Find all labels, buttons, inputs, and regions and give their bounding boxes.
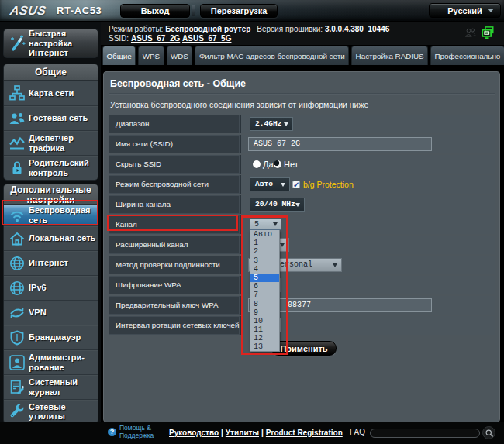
tab-wps[interactable]: WPS <box>138 46 164 65</box>
mode-value-link[interactable]: Беспроводной роутер <box>165 25 250 33</box>
band-select-value: 2.4GHz <box>255 119 282 128</box>
hide-ssid-yes-radio[interactable] <box>253 160 261 168</box>
reboot-button[interactable]: Перезагрузка <box>200 4 278 18</box>
field-value-wpa-key: 08377 <box>243 296 495 315</box>
sidebar-item-network-tools[interactable]: Сетевые утилиты <box>4 399 98 423</box>
sidebar-quick-setup-block: Быстрая настройка Интернет <box>3 29 98 58</box>
chevron-down-icon <box>284 122 288 126</box>
field-label-wpa-key: Предварительный ключ WPA <box>109 296 241 315</box>
hide-ssid-no-label: Нет <box>284 155 299 174</box>
sidebar-item-wan[interactable]: Интернет <box>4 250 98 275</box>
tab-radius[interactable]: Настройка RADIUS <box>351 46 428 65</box>
channel-option[interactable]: 4 <box>250 265 279 274</box>
sidebar-section-general: Общие Карта сети Гостевая сеть Диспетчер… <box>3 64 98 181</box>
field-label-auth-method: Метод проверки подлинности <box>109 256 241 274</box>
sidebar-item-label: IPv6 <box>29 283 47 293</box>
top-banner: ASUS RT-AC53 Выход Перезагрузка Русский <box>0 0 504 22</box>
form-row-channel-bandwidth: Ширина канала 20/40 MHz <box>109 195 495 214</box>
apply-button[interactable]: Применить <box>271 341 337 356</box>
sidebar-item-administration[interactable]: Администри- рование <box>4 349 98 374</box>
field-label-key-rotation: Интервал ротации сетевых ключей <box>109 316 241 335</box>
sidebar-item-label: Диспетчер трафика <box>29 133 74 153</box>
faq-search-button[interactable] <box>482 426 495 439</box>
channel-option[interactable]: 9 <box>250 308 279 317</box>
ipv6-icon <box>8 279 26 298</box>
wan-icon <box>8 254 26 273</box>
help-support-link[interactable]: Помощь & Поддержка <box>119 425 154 439</box>
channel-option[interactable]: 7 <box>250 291 279 299</box>
logout-button[interactable]: Выход <box>120 4 190 18</box>
footer: ? Помощь & Поддержка Руководство|Утилиты… <box>0 422 504 444</box>
ssid-line: SSID: ASUS_67_2G ASUS_67_5G <box>109 34 231 43</box>
firewall-icon <box>8 329 26 347</box>
field-label-band: Диапазон <box>109 115 241 133</box>
network-status-icon[interactable] <box>481 26 495 40</box>
utilities-link[interactable]: Утилиты <box>226 429 259 437</box>
sidebar-section-title-advanced: Дополнительные настройки <box>4 184 98 205</box>
sidebar-item-quick-internet-setup[interactable]: Быстрая настройка Интернет <box>4 29 98 57</box>
sidebar-item-system-log[interactable]: Системный журнал <box>4 374 98 399</box>
tab-general[interactable]: Общие <box>102 46 136 65</box>
channel-option[interactable]: Авто <box>250 230 279 239</box>
channel-select[interactable]: 5 <box>250 219 281 230</box>
wireless-mode-value: Авто <box>255 180 273 188</box>
ssid-label: SSID: <box>109 34 129 43</box>
sidebar-item-vpn[interactable]: VPN <box>4 300 98 325</box>
wireless-mode-select[interactable]: Авто <box>250 177 290 191</box>
field-label-wireless-mode: Режим беспроводной сети <box>109 175 241 194</box>
sidebar-item-label: Администри- рование <box>29 353 85 372</box>
page-title: Беспроводная сеть - Общие <box>110 78 246 89</box>
hide-ssid-yes-label: Да <box>263 155 274 174</box>
firmware-version-link[interactable]: 3.0.0.4.380_10446 <box>325 25 389 33</box>
manual-link[interactable]: Руководство <box>169 429 219 437</box>
sidebar-item-firewall[interactable]: Брандмауэр <box>4 325 98 349</box>
tab-mac-filter[interactable]: Фильтр MAC адресов беспроводной сети <box>195 46 349 65</box>
channel-option[interactable]: 3 <box>250 256 279 265</box>
parental-control-icon <box>8 159 26 177</box>
channel-bandwidth-select[interactable]: 20/40 MHz <box>250 198 305 212</box>
ssid-2g-link[interactable]: ASUS_67_2G <box>131 34 180 43</box>
channel-option[interactable]: 13 <box>250 342 279 351</box>
traffic-manager-icon <box>8 134 26 153</box>
tab-wds[interactable]: WDS <box>167 46 193 65</box>
sidebar-item-traffic-manager[interactable]: Диспетчер трафика <box>4 130 98 155</box>
sidebar-item-ipv6[interactable]: IPv6 <box>4 275 98 300</box>
channel-dropdown-list: Авто 1 2 3 4 5 6 7 8 9 10 11 12 13 <box>250 230 280 352</box>
bg-protection-checkbox[interactable]: ✓ <box>292 181 300 188</box>
ssid-5g-link[interactable]: ASUS_67_5G <box>182 34 231 43</box>
product-registration-link[interactable]: Product Registration <box>266 429 343 437</box>
info-bar: Режим работы: Беспроводной роутерВерсия … <box>101 22 504 45</box>
network-map-icon <box>8 84 26 102</box>
sidebar-item-lan[interactable]: Локальная сеть <box>4 225 98 250</box>
channel-option[interactable]: 6 <box>250 282 279 291</box>
channel-option[interactable]: 8 <box>250 300 279 308</box>
clients-icon[interactable] <box>464 26 477 40</box>
field-value-hide-ssid: ДаНет <box>243 155 495 174</box>
channel-option[interactable]: 11 <box>250 325 279 334</box>
help-icon[interactable]: ? <box>108 428 116 436</box>
field-value-wpa-encryption <box>243 276 495 294</box>
channel-option[interactable]: 10 <box>250 317 279 325</box>
channel-option[interactable]: 2 <box>250 247 279 256</box>
sidebar-item-network-map[interactable]: Карта сети <box>4 81 98 105</box>
band-select[interactable]: 2.4GHz <box>250 117 293 131</box>
sidebar-item-guest-network[interactable]: Гостевая сеть <box>4 105 98 130</box>
firmware-label: Версия прошивки: <box>257 25 323 33</box>
channel-option[interactable]: 12 <box>250 334 279 342</box>
lan-icon <box>8 229 26 248</box>
title-divider <box>109 93 495 95</box>
tab-professional[interactable]: Профессионально <box>430 46 504 65</box>
ssid-input[interactable]: ASUS_67_2G <box>248 137 432 151</box>
channel-option[interactable]: 5 <box>250 274 279 282</box>
sidebar-item-parental-control[interactable]: Родительский контроль <box>4 155 98 180</box>
field-label-ssid: Имя сети (SSID) <box>109 135 241 153</box>
sidebar-section-items: Карта сети Гостевая сеть Диспетчер трафи… <box>4 81 98 180</box>
asus-logo: ASUS <box>9 4 47 18</box>
sidebar-item-label: Локальная сеть <box>29 233 95 243</box>
sidebar-section-advanced: Дополнительные настройки Беспроводная се… <box>3 184 98 424</box>
field-value-band: 2.4GHz <box>243 115 495 133</box>
sidebar-item-wireless[interactable]: Беспроводная сеть <box>4 205 98 225</box>
faq-search-input[interactable] <box>370 429 480 438</box>
hide-ssid-no-radio[interactable] <box>274 160 281 168</box>
channel-option[interactable]: 1 <box>250 239 279 247</box>
